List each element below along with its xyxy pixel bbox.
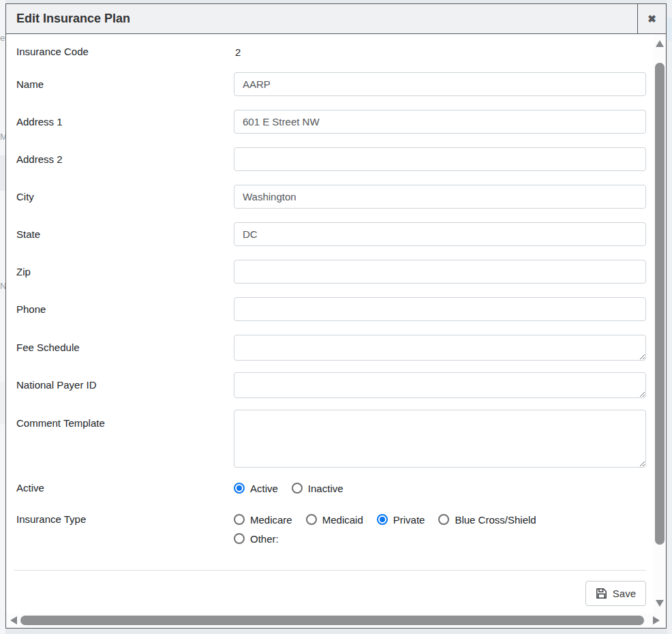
field-label-insurance-code: Insurance Code <box>16 45 234 59</box>
dialog-title: Edit Insurance Plan <box>6 12 637 26</box>
save-icon <box>596 588 607 599</box>
name-input[interactable] <box>234 72 646 96</box>
field-label-name: Name <box>16 78 234 91</box>
national-payer-id-textarea[interactable] <box>234 372 646 398</box>
form-row-active: ActiveActiveInactive <box>16 481 666 495</box>
background-text-fragment: Ma <box>0 132 5 142</box>
form-row-city: City <box>16 185 666 209</box>
fee-schedule-textarea[interactable] <box>234 335 646 361</box>
form-row-national-payer-id: National Payer ID <box>16 372 666 398</box>
radio-medicaid[interactable]: Medicaid <box>306 514 363 526</box>
scroll-left-arrow-icon[interactable] <box>10 616 17 624</box>
background-band <box>0 155 5 191</box>
radio-active[interactable]: Active <box>234 483 278 494</box>
radio-private[interactable]: Private <box>377 514 425 526</box>
background-text-fragment: N <box>0 281 5 291</box>
background-page-right-sliver <box>667 0 672 634</box>
form-row-insurance-code: Insurance Code2 <box>16 45 666 59</box>
radio-medicare[interactable]: Medicare <box>234 514 292 526</box>
radio-unselected-icon[interactable] <box>438 514 449 525</box>
address-1-input[interactable] <box>234 110 646 134</box>
radio-unselected-icon[interactable] <box>234 514 245 525</box>
radio-unselected-icon[interactable] <box>292 483 303 494</box>
background-page-left-sliver: er Ma N <box>0 0 5 634</box>
field-label-city: City <box>16 190 234 204</box>
form-row-comment-template: Comment Template <box>16 410 666 468</box>
radio-label-medicaid: Medicaid <box>322 514 363 526</box>
close-button[interactable]: ✖ <box>637 4 666 34</box>
radio-label-other: Other: <box>250 533 279 545</box>
city-input[interactable] <box>234 185 646 209</box>
form-row-fee-schedule: Fee Schedule <box>16 335 666 361</box>
scroll-right-arrow-icon[interactable] <box>653 616 660 624</box>
field-label-phone: Phone <box>16 303 234 316</box>
horizontal-scrollbar[interactable] <box>6 614 666 628</box>
dialog-footer: Save <box>6 571 666 606</box>
field-label-address-1: Address 1 <box>16 115 234 129</box>
radio-inactive[interactable]: Inactive <box>292 483 343 494</box>
comment-template-textarea[interactable] <box>234 410 646 468</box>
field-label-state: State <box>16 228 234 241</box>
form-row-zip: Zip <box>16 260 666 284</box>
horizontal-scrollbar-thumb[interactable] <box>20 616 644 625</box>
radio-label-private: Private <box>393 514 425 526</box>
radio-label-active: Active <box>250 483 278 494</box>
dialog-body: Insurance Code2NameAddress 1Address 2Cit… <box>6 34 666 628</box>
insurance-code-value: 2 <box>234 46 241 58</box>
form: Insurance Code2NameAddress 1Address 2Cit… <box>6 34 666 545</box>
form-row-address-2: Address 2 <box>16 147 666 171</box>
state-input[interactable] <box>234 222 646 246</box>
radio-unselected-icon[interactable] <box>234 533 245 544</box>
field-label-address-2: Address 2 <box>16 153 234 166</box>
background-band <box>667 18 672 41</box>
field-label-national-payer-id: National Payer ID <box>16 378 234 392</box>
radio-label-medicare: Medicare <box>250 514 292 526</box>
form-row-insurance-type: Insurance TypeMedicareMedicaidPrivateBlu… <box>16 513 666 545</box>
form-row-address-1: Address 1 <box>16 110 666 134</box>
radio-label-inactive: Inactive <box>308 483 343 494</box>
scroll-up-arrow-icon[interactable] <box>656 40 664 47</box>
background-band <box>0 382 5 424</box>
radio-blue-cross-shield[interactable]: Blue Cross/Shield <box>438 514 536 526</box>
background-text-fragment: er <box>0 33 5 43</box>
radio-selected-icon[interactable] <box>234 483 245 494</box>
phone-input[interactable] <box>234 297 646 321</box>
vertical-scrollbar-thumb[interactable] <box>655 63 665 545</box>
edit-insurance-plan-dialog: Edit Insurance Plan ✖ Insurance Code2Nam… <box>5 3 667 629</box>
field-label-insurance-type: Insurance Type <box>16 513 234 526</box>
vertical-scrollbar[interactable] <box>654 34 666 614</box>
address-2-input[interactable] <box>234 147 646 171</box>
field-label-fee-schedule: Fee Schedule <box>16 341 234 354</box>
save-button[interactable]: Save <box>585 581 646 606</box>
field-label-comment-template: Comment Template <box>16 410 234 430</box>
zip-input[interactable] <box>234 260 646 284</box>
field-label-zip: Zip <box>16 265 234 279</box>
save-button-label: Save <box>613 588 636 599</box>
radio-unselected-icon[interactable] <box>306 514 317 525</box>
radio-other[interactable]: Other: <box>234 533 279 545</box>
close-icon: ✖ <box>647 13 656 25</box>
radio-label-blue-cross-shield: Blue Cross/Shield <box>455 514 536 526</box>
form-row-phone: Phone <box>16 297 666 321</box>
scroll-down-arrow-icon[interactable] <box>656 600 664 607</box>
dialog-header: Edit Insurance Plan ✖ <box>6 4 666 34</box>
form-row-state: State <box>16 222 666 246</box>
field-label-active: Active <box>16 481 234 495</box>
radio-selected-icon[interactable] <box>377 514 388 525</box>
form-row-name: Name <box>16 72 666 96</box>
